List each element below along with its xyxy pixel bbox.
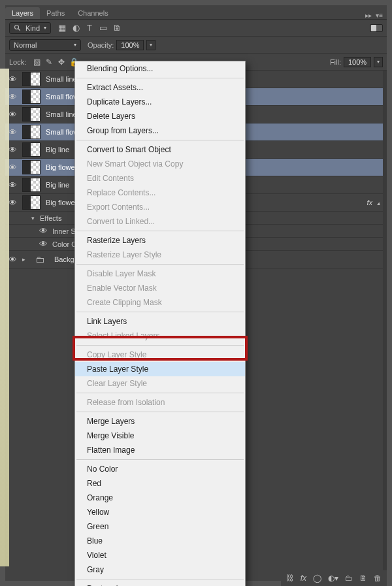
menu-item: Copy Layer Style [75,348,245,362]
menu-item[interactable]: Duplicate Layers... [75,95,245,109]
visibility-toggle[interactable]: 👁 [37,226,50,236]
layer-context-menu: Blending Options...Extract Assets...Dupl… [74,61,246,586]
filter-pixel-icon[interactable]: ▦ [56,22,68,34]
menu-item: Export Contents... [75,200,245,214]
layer-thumbnail[interactable] [22,107,41,122]
menu-separator [76,393,244,393]
menu-separator [76,459,244,460]
folder-icon: 🗀 [31,252,49,267]
filter-type-icon[interactable]: T [84,22,95,34]
blend-mode-value: Normal [14,41,37,49]
menu-item[interactable]: Yellow [75,505,245,519]
menu-separator [76,579,244,579]
menu-separator [76,264,244,265]
panel-menu-icon[interactable]: ▾≡ [376,12,383,19]
menu-item[interactable]: Gray [75,562,245,577]
fill-label: Fill: [330,58,341,66]
menu-separator [76,312,244,312]
scrollbar[interactable] [383,71,387,581]
blend-mode-select[interactable]: Normal ▾ [9,39,81,51]
layers-bottom-bar: ⛓ fx ◯ ◐▾ 🗀 🗎 🗑 [281,570,387,586]
fill-input[interactable]: 100% [344,57,371,67]
menu-item[interactable]: Convert to Smart Object [75,142,245,157]
collapse-icon[interactable]: ▸▸ [365,12,372,19]
lock-label: Lock: [9,58,26,66]
layer-thumbnail[interactable] [22,160,41,174]
menu-item[interactable]: Delete Layers [75,109,245,123]
menu-item: Disable Layer Mask [75,267,245,281]
layer-thumbnail[interactable] [22,90,41,104]
group-icon[interactable]: 🗀 [345,574,353,583]
menu-separator [76,412,244,412]
layer-thumbnail[interactable] [22,142,41,157]
menu-item[interactable]: Paste Layer Style [75,362,245,376]
menu-item[interactable]: Green [75,519,245,534]
kind-filter[interactable]: Kind ▾ [9,22,51,34]
canvas-edge [0,69,9,566]
lock-paint-icon[interactable]: ✎ [44,57,54,67]
lock-transparent-icon[interactable]: ▧ [31,57,42,67]
fill-dropdown[interactable]: ▾ [374,57,383,67]
menu-item[interactable]: Flatten Image [75,443,245,457]
menu-item[interactable]: Extract Assets... [75,80,245,95]
chevron-down-icon[interactable]: ▾ [29,215,37,221]
fx-icon[interactable]: fx [301,574,306,583]
menu-item[interactable]: Violet [75,548,245,562]
panel-menu-area: ▸▸ ▾≡ [365,12,387,19]
lock-move-icon[interactable]: ✥ [56,57,67,67]
mask-icon[interactable]: ◯ [313,574,321,583]
menu-item: Enable Vector Mask [75,281,245,295]
link-layers-icon[interactable]: ⛓ [286,574,294,583]
visibility-toggle[interactable]: 👁 [37,239,50,249]
menu-item[interactable]: Merge Visible [75,429,245,443]
chevron-down-icon: ▾ [44,25,46,31]
menu-item[interactable]: No Color [75,462,245,476]
svg-line-1 [18,28,20,30]
filter-adjust-icon[interactable]: ◐ [70,22,82,34]
menu-item[interactable]: Red [75,476,245,491]
menu-item[interactable]: Orange [75,491,245,505]
layer-thumbnail[interactable] [22,178,41,192]
chevron-down-icon: ▾ [74,42,76,48]
opacity-label: Opacity: [88,41,114,49]
svg-point-0 [15,25,19,29]
menu-item: Replace Contents... [75,186,245,200]
layer-thumbnail[interactable] [22,125,41,139]
new-layer-icon[interactable]: 🗎 [359,574,367,583]
menu-item[interactable]: Postcard [75,581,245,586]
opacity-dropdown[interactable]: ▾ [146,40,155,50]
filter-shape-icon[interactable]: ▭ [97,22,109,34]
filter-toggle[interactable] [370,24,383,32]
chevron-right-icon[interactable]: ▸ [20,256,28,263]
menu-item[interactable]: Blue [75,534,245,548]
menu-item[interactable]: Merge Layers [75,414,245,429]
layer-thumbnail[interactable] [22,195,41,210]
delete-icon[interactable]: 🗑 [374,574,382,583]
adjustment-icon[interactable]: ◐▾ [328,574,338,583]
menu-item[interactable]: Blending Options... [75,61,245,76]
filter-row: Kind ▾ ▦ ◐ T ▭ 🗎 [5,20,387,37]
menu-item: Rasterize Layer Style [75,248,245,262]
filter-icons: ▦ ◐ T ▭ 🗎 [56,22,123,34]
menu-separator [76,78,244,78]
layer-thumbnail[interactable] [22,72,41,86]
menu-item: Convert to Linked... [75,214,245,229]
tab-layers[interactable]: Layers [5,7,40,19]
menu-item: Create Clipping Mask [75,295,245,310]
opacity-input[interactable]: 100% [116,40,144,50]
menu-item: Clear Layer Style [75,376,245,391]
menu-item: New Smart Object via Copy [75,157,245,171]
menu-item: Release from Isolation [75,395,245,410]
filter-smart-icon[interactable]: 🗎 [111,22,123,34]
menu-item[interactable]: Rasterize Layers [75,233,245,248]
menu-separator [76,345,244,346]
menu-item: Edit Contents [75,171,245,186]
menu-item[interactable]: Link Layers [75,314,245,329]
lock-icons: ▧ ✎ ✥ 🔒 [31,57,79,67]
blend-row: Normal ▾ Opacity: 100% ▾ [5,37,387,54]
panel-tabs: Layers Paths Channels ▸▸ ▾≡ [5,5,387,20]
menu-item[interactable]: Group from Layers... [75,123,245,138]
tab-paths[interactable]: Paths [40,7,71,19]
tab-channels[interactable]: Channels [71,7,114,19]
search-icon [14,24,22,32]
